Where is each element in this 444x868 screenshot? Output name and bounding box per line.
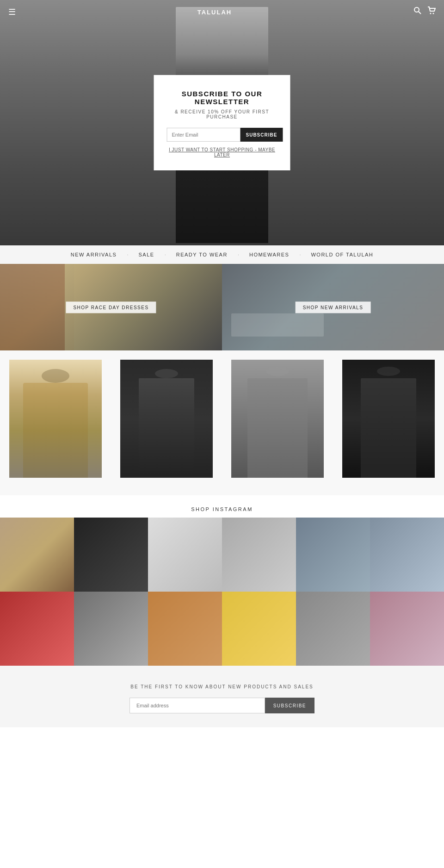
newsletter-subtitle: & RECEIVE 10% OFF YOUR FIRST PURCHASE — [167, 109, 278, 119]
search-icon[interactable] — [413, 6, 422, 17]
instagram-item-1[interactable] — [0, 518, 74, 592]
instagram-item-12[interactable] — [370, 592, 444, 666]
newsletter-title: SUBSCRIBE TO OUR NEWSLETTER — [167, 90, 278, 106]
nav-item-sale[interactable]: SALE — [128, 252, 164, 257]
instagram-grid — [0, 518, 444, 666]
nav-item-new-arrivals[interactable]: NEW ARRIVALS — [61, 252, 127, 257]
instagram-image-5 — [296, 518, 370, 592]
menu-icon[interactable]: ☰ — [8, 7, 16, 17]
footer-newsletter-title: BE THE FIRST TO KNOW ABOUT NEW PRODUCTS … — [9, 684, 435, 689]
product-image-4 — [342, 360, 435, 478]
instagram-item-8[interactable] — [74, 592, 148, 666]
instagram-section: SHOP INSTAGRAM — [0, 495, 444, 666]
instagram-item-11[interactable] — [296, 592, 370, 666]
product-item-3[interactable] — [222, 355, 333, 486]
newsletter-email-input[interactable] — [167, 128, 240, 142]
banner-new-arrivals-label[interactable]: shop NEW ARRIVALS — [296, 301, 371, 313]
instagram-image-3 — [148, 518, 222, 592]
instagram-item-4[interactable] — [222, 518, 296, 592]
banner-new-arrivals[interactable]: shop NEW ARRIVALS — [222, 264, 444, 350]
svg-line-1 — [419, 12, 421, 14]
logo: talulah — [197, 8, 232, 16]
footer-subscribe-button[interactable]: SUBSCRIBE — [265, 698, 314, 713]
instagram-image-1 — [0, 518, 74, 592]
instagram-section-title: SHOP INSTAGRAM — [0, 506, 444, 512]
instagram-item-3[interactable] — [148, 518, 222, 592]
footer-email-input[interactable] — [130, 698, 265, 713]
newsletter-modal: SUBSCRIBE TO OUR NEWSLETTER & RECEIVE 10… — [154, 75, 290, 170]
nav-item-ready-to-wear[interactable]: READY TO WEAR — [166, 252, 238, 257]
products-grid — [0, 350, 444, 495]
instagram-image-12 — [370, 592, 444, 666]
banner-race-day-label[interactable]: shop RACE DAY DRESSES — [66, 301, 156, 313]
instagram-image-7 — [0, 592, 74, 666]
banner-race-day[interactable]: shop RACE DAY DRESSES — [0, 264, 222, 350]
product-item-4[interactable] — [333, 355, 444, 486]
instagram-image-6 — [370, 518, 444, 592]
nav-bar: NEW ARRIVALS · SALE · READY TO WEAR · HO… — [0, 245, 444, 264]
instagram-image-9 — [148, 592, 222, 666]
instagram-image-10 — [222, 592, 296, 666]
svg-point-0 — [414, 7, 419, 12]
instagram-image-8 — [74, 592, 148, 666]
instagram-image-11 — [296, 592, 370, 666]
product-item-1[interactable] — [0, 355, 111, 486]
instagram-item-9[interactable] — [148, 592, 222, 666]
product-image-2 — [120, 360, 213, 478]
newsletter-form: SUBSCRIBE — [167, 128, 278, 142]
cart-icon[interactable] — [427, 6, 436, 17]
instagram-image-2 — [74, 518, 148, 592]
newsletter-skip-link[interactable]: I JUST WANT TO START SHOPPING - MAYBE LA… — [167, 147, 278, 157]
instagram-item-10[interactable] — [222, 592, 296, 666]
newsletter-subscribe-button[interactable]: SUBSCRIBE — [240, 128, 283, 142]
product-image-1 — [9, 360, 102, 478]
instagram-item-7[interactable] — [0, 592, 74, 666]
svg-point-3 — [432, 13, 434, 14]
instagram-item-5[interactable] — [296, 518, 370, 592]
instagram-item-2[interactable] — [74, 518, 148, 592]
instagram-item-6[interactable] — [370, 518, 444, 592]
svg-point-2 — [430, 13, 431, 14]
nav-item-world-of-talulah[interactable]: WORLD OF TALULAH — [301, 252, 383, 257]
footer-newsletter: BE THE FIRST TO KNOW ABOUT NEW PRODUCTS … — [0, 666, 444, 727]
product-item-2[interactable] — [111, 355, 222, 486]
instagram-image-4 — [222, 518, 296, 592]
nav-item-homewares[interactable]: HOMEWARES — [239, 252, 299, 257]
product-image-3 — [231, 360, 324, 478]
banner-grid: shop RACE DAY DRESSES shop NEW ARRIVALS — [0, 264, 444, 350]
footer-newsletter-form: SUBSCRIBE — [130, 698, 314, 713]
